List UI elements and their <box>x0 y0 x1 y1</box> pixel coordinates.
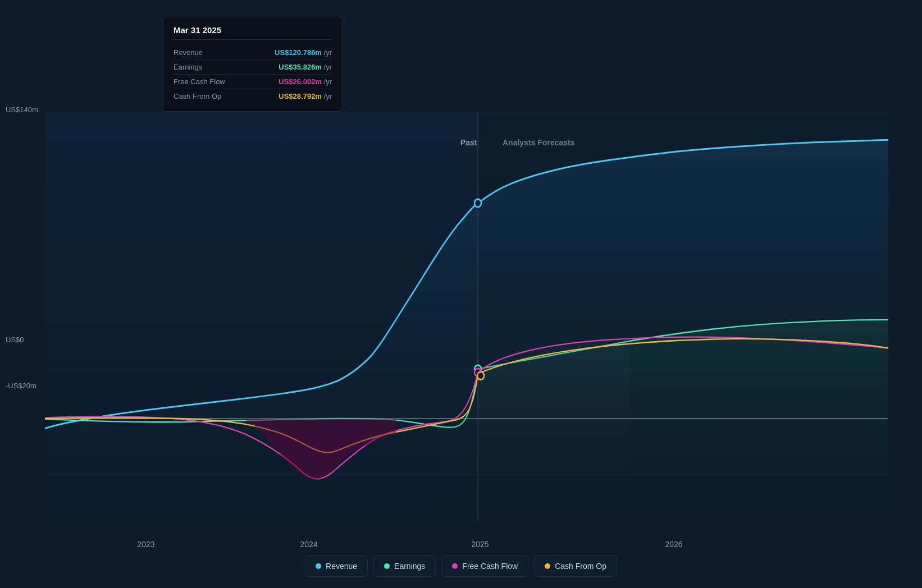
x-label-2023: 2023 <box>137 540 154 549</box>
legend: Revenue Earnings Free Cash Flow Cash Fro… <box>305 555 617 577</box>
tooltip-date: Mar 31 2025 <box>174 25 332 40</box>
legend-label-cashop: Cash From Op <box>555 562 606 571</box>
tooltip-value-revenue: US$120.786m /yr <box>275 48 332 57</box>
tooltip-label-fcf: Free Cash Flow <box>174 77 225 86</box>
y-label-0: US$0 <box>6 336 24 344</box>
legend-dot-cashop <box>545 563 550 569</box>
tooltip-label-revenue: Revenue <box>174 48 203 57</box>
chart-container: Mar 31 2025 Revenue US$120.786m /yr Earn… <box>0 0 922 588</box>
legend-label-earnings: Earnings <box>394 562 425 571</box>
x-label-2024: 2024 <box>300 540 317 549</box>
x-label-2025: 2025 <box>471 540 489 549</box>
y-label-140m: US$140m <box>6 105 38 114</box>
legend-dot-revenue <box>316 563 321 569</box>
tooltip-label-cashop: Cash From Op <box>174 92 221 100</box>
tooltip-value-cashop: US$28.792m /yr <box>279 92 332 100</box>
legend-label-fcf: Free Cash Flow <box>462 562 518 571</box>
chart-svg <box>45 112 888 521</box>
x-label-2026: 2026 <box>665 540 682 549</box>
legend-item-fcf: Free Cash Flow <box>441 555 528 577</box>
svg-point-10 <box>474 199 481 207</box>
svg-point-13 <box>477 372 484 380</box>
tooltip-value-earnings: US$35.826m /yr <box>279 63 332 71</box>
legend-item-cashop: Cash From Op <box>534 555 617 577</box>
legend-dot-fcf <box>452 563 458 569</box>
tooltip-value-fcf: US$26.002m /yr <box>279 77 332 86</box>
tooltip-row-revenue: Revenue US$120.786m /yr <box>174 45 332 60</box>
legend-item-earnings: Earnings <box>373 555 436 577</box>
tooltip-row-fcf: Free Cash Flow US$26.002m /yr <box>174 75 332 89</box>
tooltip: Mar 31 2025 Revenue US$120.786m /yr Earn… <box>163 17 343 112</box>
y-label-minus20m: -US$20m <box>6 382 36 390</box>
tooltip-label-earnings: Earnings <box>174 63 202 71</box>
tooltip-row-earnings: Earnings US$35.826m /yr <box>174 60 332 75</box>
legend-label-revenue: Revenue <box>326 562 357 571</box>
legend-item-revenue: Revenue <box>305 555 368 577</box>
tooltip-row-cashop: Cash From Op US$28.792m /yr <box>174 89 332 103</box>
legend-dot-earnings <box>384 563 390 569</box>
